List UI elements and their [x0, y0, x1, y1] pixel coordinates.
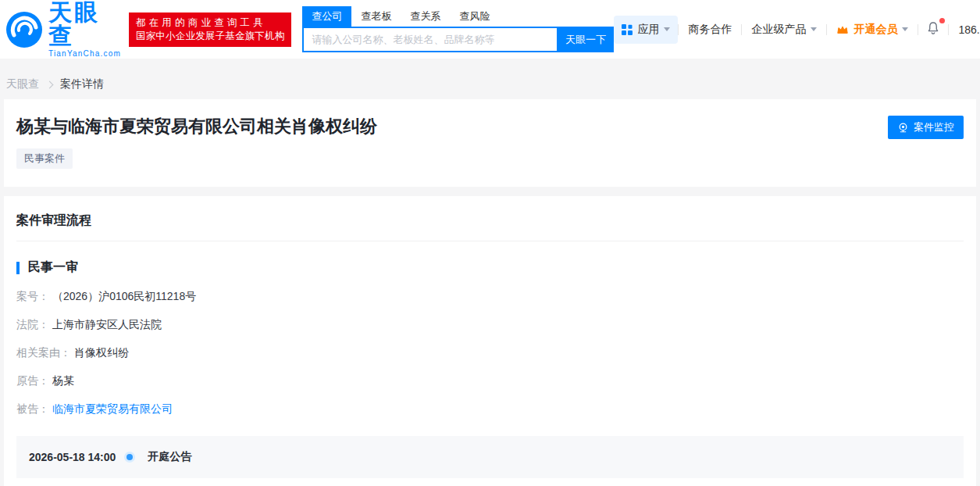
case-process-card: 案件审理流程 民事一审 案号：（2026）沪0106民初11218号法院：上海市… — [4, 196, 976, 486]
bell-icon — [926, 21, 940, 35]
search-tab-查公司[interactable]: 查公司 — [302, 6, 351, 27]
chevron-down-icon — [664, 27, 670, 31]
case-field-row: 法院：上海市静安区人民法院 — [16, 316, 964, 332]
search-tab-查关系[interactable]: 查关系 — [401, 6, 450, 27]
case-field-row: 原告：杨某 — [16, 373, 964, 388]
timeline: 2026-05-18 14:00开庭公告 — [16, 436, 964, 478]
nav-business-label: 商务合作 — [688, 23, 732, 37]
search-input[interactable] — [302, 27, 557, 52]
section-title: 案件审理流程 — [16, 196, 964, 241]
field-label: 原告： — [16, 374, 49, 387]
field-label: 案号： — [16, 290, 49, 302]
timeline-date: 2026-05-18 14:00 — [29, 451, 116, 463]
nav-apps-label: 应用 — [637, 23, 659, 37]
case-title-card: 杨某与临海市夏荣贸易有限公司相关肖像权纠纷 民事案件 案件监控 — [4, 99, 976, 187]
timeline-event: 开庭公告 — [148, 450, 191, 464]
field-value: 杨某 — [52, 374, 74, 387]
nav-business[interactable]: 商务合作 — [679, 23, 741, 37]
case-fields: 案号：（2026）沪0106民初11218号法院：上海市静安区人民法院相关案由：… — [16, 288, 964, 416]
timeline-dot-icon — [127, 454, 133, 460]
page-title: 杨某与临海市夏荣贸易有限公司相关肖像权纠纷 — [16, 116, 964, 138]
tianyancha-logo[interactable]: 天眼查 TianYanCha.com — [6, 1, 121, 58]
defendant-company-link[interactable]: 临海市夏荣贸易有限公司 — [52, 402, 173, 415]
nav-vip[interactable]: 开通会员 — [827, 23, 918, 37]
apps-grid-icon — [622, 24, 633, 35]
nav-vip-label: 开通会员 — [853, 23, 897, 37]
logo-text: 天眼查 TianYanCha.com — [48, 1, 121, 58]
search-tab-查风险[interactable]: 查风险 — [450, 6, 499, 27]
stage-accent-bar — [16, 262, 20, 274]
breadcrumb-home[interactable]: 天眼查 — [6, 77, 39, 91]
stage-header: 民事一审 — [16, 259, 964, 276]
case-field-row: 被告：临海市夏荣贸易有限公司 — [16, 401, 964, 416]
account-phone: 186... — [958, 23, 980, 36]
breadcrumb-chevron-icon — [46, 80, 54, 88]
field-label: 被告： — [16, 402, 49, 415]
slogan-line1: 都在用的商业查询工具 — [136, 16, 285, 30]
case-field-row: 相关案由：肖像权纠纷 — [16, 345, 964, 360]
case-field-row: 案号：（2026）沪0106民初11218号 — [16, 288, 964, 304]
search-module: 查公司查老板查关系查风险 天眼一下 — [302, 6, 614, 52]
field-label: 相关案由： — [16, 346, 71, 359]
monitor-camera-icon — [897, 122, 909, 134]
nav-enterprise-label: 企业级产品 — [751, 23, 806, 37]
brand-domain: TianYanCha.com — [48, 50, 121, 58]
tianyancha-logo-icon — [6, 12, 42, 48]
search-button[interactable]: 天眼一下 — [557, 27, 614, 52]
case-monitor-label: 案件监控 — [914, 120, 954, 134]
stage-title: 民事一审 — [28, 259, 78, 276]
nav-account[interactable]: 186... — [949, 23, 980, 36]
search-tabs: 查公司查老板查关系查风险 — [302, 6, 614, 27]
case-type-badge: 民事案件 — [16, 148, 73, 169]
timeline-item[interactable]: 2026-05-18 14:00开庭公告 — [29, 450, 951, 464]
nav-enterprise[interactable]: 企业级产品 — [742, 23, 826, 37]
search-tab-查老板[interactable]: 查老板 — [351, 6, 401, 27]
top-header: 天眼查 TianYanCha.com 都在用的商业查询工具 国家中小企业发展子基… — [0, 0, 980, 59]
field-value: 上海市静安区人民法院 — [52, 318, 162, 331]
field-value: （2026）沪0106民初11218号 — [52, 290, 196, 302]
chevron-down-icon — [902, 27, 908, 31]
case-monitor-button[interactable]: 案件监控 — [888, 116, 964, 139]
notification-bell[interactable] — [918, 21, 948, 38]
breadcrumb: 天眼查 案件详情 — [0, 59, 980, 99]
field-label: 法院： — [16, 318, 49, 331]
brand-name: 天眼查 — [48, 1, 121, 48]
chevron-down-icon — [811, 27, 817, 31]
nav-apps[interactable]: 应用 — [614, 16, 678, 44]
header-nav: 应用 商务合作 企业级产品 开通会员 — [614, 16, 980, 44]
field-value: 肖像权纠纷 — [74, 346, 129, 359]
slogan-banner: 都在用的商业查询工具 国家中小企业发展子基金旗下机构 — [129, 13, 292, 47]
notification-dot — [939, 18, 945, 23]
breadcrumb-current: 案件详情 — [60, 77, 104, 91]
crown-icon — [836, 24, 849, 35]
slogan-line2: 国家中小企业发展子基金旗下机构 — [136, 30, 285, 43]
